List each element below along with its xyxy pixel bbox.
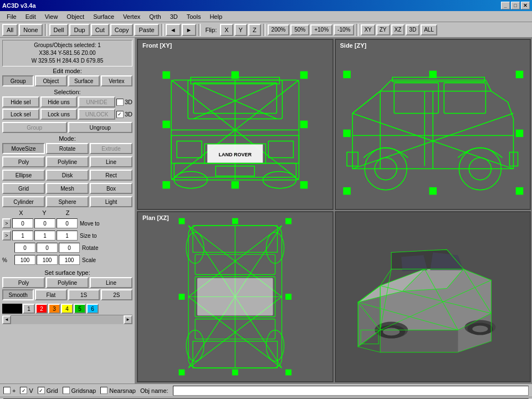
group-button[interactable]: Group <box>2 122 67 133</box>
swatch-1[interactable]: 1 <box>23 304 35 314</box>
menu-qrth[interactable]: Qrth <box>145 12 165 21</box>
nearsnap-checkbox[interactable] <box>100 387 108 394</box>
scale-y-input[interactable] <box>37 255 58 265</box>
flip-z-button[interactable]: Z <box>248 24 261 36</box>
minimize-button[interactable]: _ <box>501 2 510 9</box>
rotate-x-input[interactable] <box>14 243 35 253</box>
surface-poly-button[interactable]: Poly <box>2 277 45 288</box>
lock-3d-checkbox[interactable]: ✓ <box>116 111 124 118</box>
obj-name-input[interactable] <box>173 386 529 396</box>
menu-file[interactable]: File <box>2 12 21 21</box>
size-x-input[interactable] <box>12 231 33 241</box>
none-button[interactable]: None <box>19 24 42 36</box>
v-checkbox[interactable]: ✓ <box>20 387 27 394</box>
rect-button[interactable]: Rect <box>90 170 132 181</box>
edit-object-button[interactable]: Object <box>35 75 66 86</box>
view-zy-button[interactable]: ZY <box>376 24 390 35</box>
gridsnap-check[interactable]: Gridsnap <box>63 387 96 394</box>
view-3d-button[interactable]: 3D <box>406 24 420 35</box>
mesh-button[interactable]: Mesh <box>46 183 89 194</box>
ellipse-button[interactable]: Ellipse <box>2 170 45 181</box>
crosshair-checkbox[interactable] <box>3 387 11 394</box>
sphere-button[interactable]: Sphere <box>46 196 89 207</box>
edit-surface-button[interactable]: Surface <box>68 75 100 86</box>
flip-x-button[interactable]: X <box>220 24 233 36</box>
disk-button[interactable]: Disk <box>46 170 89 181</box>
hide-3d-checkbox[interactable] <box>116 99 124 106</box>
line-button[interactable]: Line <box>90 156 132 167</box>
cut-button[interactable]: Cut <box>91 24 109 36</box>
viewport-plan[interactable]: Plan [XZ] <box>137 211 334 382</box>
poly-button[interactable]: Poly <box>2 156 45 167</box>
viewport-side[interactable]: Side [ZY] <box>335 39 531 210</box>
menu-view[interactable]: View <box>40 12 63 21</box>
menu-edit[interactable]: Edit <box>21 12 40 21</box>
dup-button[interactable]: Dup <box>69 24 89 36</box>
scroll-track[interactable] <box>11 315 124 324</box>
scroll-right-button[interactable]: ► <box>124 315 132 324</box>
nearsnap-check[interactable]: Nearsnap <box>100 387 136 394</box>
lock-sel-button[interactable]: Lock sel <box>2 109 39 120</box>
edit-vertex-button[interactable]: Vertex <box>101 75 132 86</box>
lock-uns-button[interactable]: Lock uns <box>40 109 78 120</box>
maximize-button[interactable]: □ <box>511 2 520 9</box>
menu-tools[interactable]: Tools <box>182 12 206 21</box>
dell-button[interactable]: Dell <box>49 24 69 36</box>
view-xy-button[interactable]: XY <box>361 24 375 35</box>
swatch-4[interactable]: 4 <box>61 304 73 314</box>
zoom-200-button[interactable]: 200% <box>268 24 290 35</box>
view-xz-button[interactable]: XZ <box>391 24 405 35</box>
swatch-black[interactable] <box>2 304 22 314</box>
menu-surface[interactable]: Surface <box>89 12 119 21</box>
hide-sel-button[interactable]: Hide sel <box>2 96 39 108</box>
menu-vertex[interactable]: Vertex <box>119 12 145 21</box>
copy-button[interactable]: Copy <box>110 24 134 36</box>
rotate-y-input[interactable] <box>37 243 58 253</box>
smooth-button[interactable]: Smooth <box>2 289 34 300</box>
box-button[interactable]: Box <box>90 183 132 194</box>
grid-checkbox[interactable]: ✓ <box>38 387 45 394</box>
surface-line-button[interactable]: Line <box>90 277 132 288</box>
zoom-50-button[interactable]: 50% <box>290 24 309 35</box>
size-arrow-button[interactable]: > <box>2 231 11 241</box>
move-z-input[interactable] <box>57 218 78 228</box>
edit-group-button[interactable]: Group <box>2 75 34 86</box>
menu-help[interactable]: Help <box>205 12 227 21</box>
move-arrow-button[interactable]: > <box>2 218 11 228</box>
swatch-2[interactable]: 2 <box>35 304 48 314</box>
light-button[interactable]: Light <box>90 196 132 207</box>
cylinder-button[interactable]: Cylinder <box>2 196 45 207</box>
size-z-input[interactable] <box>57 231 78 241</box>
extrude-button[interactable]: Extrude <box>90 143 132 154</box>
gridsnap-checkbox[interactable] <box>63 387 70 394</box>
move-y-input[interactable] <box>34 218 55 228</box>
2s-button[interactable]: 2S <box>101 289 132 300</box>
menu-3d[interactable]: 3D <box>166 12 182 21</box>
horizontal-scrollbar[interactable]: ◄ ► <box>2 315 132 324</box>
polyline-button[interactable]: Polyline <box>46 156 89 167</box>
move-x-input[interactable] <box>12 218 33 228</box>
swatch-3[interactable]: 3 <box>48 304 60 314</box>
v-check[interactable]: ✓ V <box>20 387 33 394</box>
hide-uns-button[interactable]: Hide uns <box>40 96 78 108</box>
zoom-plus-button[interactable]: +10% <box>310 24 332 35</box>
surface-polyline-button[interactable]: Polyline <box>46 277 89 288</box>
all-button[interactable]: All <box>2 24 18 36</box>
arrow-right-button[interactable]: ► <box>182 24 197 36</box>
rotate-z-input[interactable] <box>59 243 80 253</box>
grid-check[interactable]: ✓ Grid <box>38 387 58 394</box>
flip-y-button[interactable]: Y <box>234 24 247 36</box>
scale-z-input[interactable] <box>59 255 80 265</box>
swatch-5[interactable]: 5 <box>74 304 86 314</box>
1s-button[interactable]: 1S <box>68 289 100 300</box>
viewport-front[interactable]: Front [XY] <box>137 39 334 210</box>
movesize-button[interactable]: MoveSize <box>2 143 45 154</box>
close-button[interactable]: ✕ <box>521 2 530 9</box>
unlock-button[interactable]: UNLOCK <box>78 109 115 120</box>
swatch-6[interactable]: 6 <box>86 304 99 314</box>
paste-button[interactable]: Paste <box>134 24 158 36</box>
menu-object[interactable]: Object <box>62 12 89 21</box>
view-all-button[interactable]: ALL <box>421 24 437 35</box>
viewport-3d[interactable] <box>335 211 531 382</box>
scale-x-input[interactable] <box>14 255 35 265</box>
